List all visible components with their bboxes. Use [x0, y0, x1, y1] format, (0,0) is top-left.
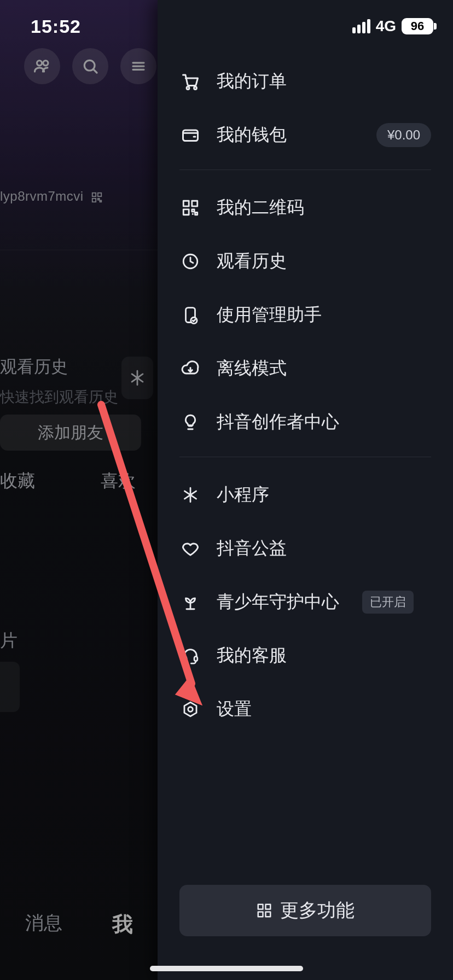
heart-icon — [179, 538, 201, 559]
menu-miniapp[interactable]: 小程序 — [179, 468, 431, 522]
headset-icon — [179, 645, 201, 667]
menu-label: 我的二维码 — [217, 196, 304, 220]
menu-label: 抖音公益 — [217, 536, 287, 561]
menu-label: 我的客服 — [217, 644, 287, 668]
svg-rect-11 — [183, 201, 189, 206]
status-bar: 15:52 4G 96 — [0, 0, 453, 38]
svg-rect-20 — [258, 905, 263, 909]
menu-label: 观看历史 — [217, 249, 287, 273]
menu-label: 我的订单 — [217, 69, 287, 94]
signal-icon — [352, 19, 370, 33]
svg-point-8 — [187, 87, 189, 90]
menu-label: 抖音创作者中心 — [217, 410, 339, 434]
teen-state-badge: 已开启 — [362, 591, 414, 614]
svg-rect-22 — [258, 912, 263, 917]
menu-charity[interactable]: 抖音公益 — [179, 522, 431, 575]
menu-label: 我的钱包 — [217, 123, 287, 147]
menu-label: 青少年守护中心 — [217, 590, 339, 614]
menu-qr[interactable]: 我的二维码 — [179, 181, 431, 235]
spark-icon — [179, 484, 201, 506]
more-button[interactable]: 更多功能 — [179, 885, 431, 936]
menu-offline[interactable]: 离线模式 — [179, 342, 431, 395]
svg-rect-23 — [266, 912, 271, 917]
battery-indicator: 96 — [402, 18, 433, 34]
wallet-balance: ¥0.00 — [376, 123, 431, 147]
cart-icon — [179, 71, 201, 92]
qr-icon — [179, 197, 201, 219]
menu-settings[interactable]: 设置 — [179, 682, 431, 736]
home-indicator[interactable] — [150, 966, 303, 971]
gear-icon — [179, 698, 201, 720]
menu-label: 使用管理助手 — [217, 303, 322, 327]
more-label: 更多功能 — [280, 898, 355, 923]
sprout-icon — [179, 591, 201, 613]
svg-point-19 — [188, 707, 193, 712]
phone-check-icon — [179, 304, 201, 326]
menu-assistant[interactable]: 使用管理助手 — [179, 288, 431, 342]
status-time: 15:52 — [31, 16, 81, 37]
menu-label: 小程序 — [217, 483, 269, 507]
svg-rect-13 — [183, 209, 189, 215]
menu-teen[interactable]: 青少年守护中心 已开启 — [179, 575, 431, 629]
svg-rect-17 — [183, 656, 187, 661]
menu-orders[interactable]: 我的订单 — [179, 55, 431, 108]
menu-creator[interactable]: 抖音创作者中心 — [179, 395, 431, 449]
grid-icon — [256, 902, 272, 919]
svg-rect-10 — [183, 130, 198, 141]
menu-wallet[interactable]: 我的钱包 ¥0.00 — [179, 108, 431, 162]
menu-label: 离线模式 — [217, 357, 287, 381]
menu-history[interactable]: 观看历史 — [179, 235, 431, 288]
side-drawer: 我的订单 我的钱包 ¥0.00 我的二维码 — [158, 0, 453, 980]
network-label: 4G — [376, 18, 396, 35]
background-page[interactable]: lyp8rvm7mcvi 观看历史 快速找到观看历史 添加朋友 收藏 喜欢 片 … — [0, 0, 158, 980]
svg-rect-21 — [266, 905, 271, 909]
divider — [179, 170, 431, 170]
clock-icon — [179, 250, 201, 272]
menu-support[interactable]: 我的客服 — [179, 629, 431, 682]
wallet-icon — [179, 124, 201, 146]
cloud-down-icon — [179, 358, 201, 380]
bulb-icon — [179, 411, 201, 433]
svg-rect-12 — [192, 201, 198, 206]
menu-label: 设置 — [217, 697, 252, 721]
svg-point-9 — [194, 87, 197, 90]
divider — [179, 457, 431, 457]
